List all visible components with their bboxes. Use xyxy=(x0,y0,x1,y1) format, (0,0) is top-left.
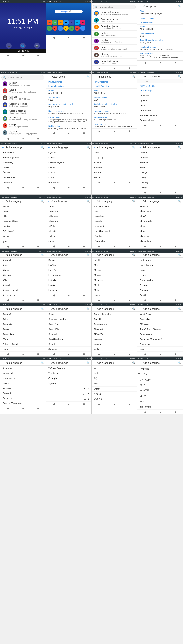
app-icon-4[interactable]: ▶ xyxy=(63,20,69,25)
lang-norsk[interactable]: Norsk bokmål xyxy=(138,263,183,268)
lang-japanese[interactable]: 日本語 xyxy=(138,393,183,399)
recent-btn-10[interactable]: ■ xyxy=(83,186,85,189)
setting-storage-2[interactable]: 💾 Storage 37% used - 23.47 GB free xyxy=(0,94,45,101)
lang-tshiluba[interactable]: Tshiluba xyxy=(92,337,137,342)
back-btn-14[interactable]: ◀ xyxy=(52,244,55,248)
lang-maa[interactable]: Maa xyxy=(92,263,137,268)
back-22[interactable]: ← xyxy=(47,308,50,310)
lang-galego[interactable]: Galego xyxy=(138,185,183,190)
lang-chinese-simplified[interactable]: 简体中文 (中国) xyxy=(138,83,183,88)
recent-btn-9[interactable]: ■ xyxy=(37,186,39,189)
lang-west-frysk[interactable]: West-Frysk xyxy=(138,312,183,317)
about-privacy-2[interactable]: Privacy settings xyxy=(46,80,91,84)
back-btn-13[interactable]: ◀ xyxy=(7,245,9,248)
recent-btn-14[interactable]: ■ xyxy=(83,244,85,248)
settings-search-bar-2[interactable]: 🔍 Search settings xyxy=(1,75,44,80)
lang-kannada[interactable]: ಕನ್ನಡ xyxy=(92,397,137,402)
lang-islenska[interactable]: Islenská xyxy=(46,229,91,234)
lang-foroyskt[interactable]: Føroyskt xyxy=(138,155,183,160)
search-12[interactable]: 🔍 xyxy=(178,146,181,149)
search-26[interactable]: 🔍 xyxy=(87,362,90,364)
lang-filipino-2[interactable]: Filipino xyxy=(138,150,183,155)
back-24[interactable]: ← xyxy=(139,308,142,310)
lang-cestina[interactable]: Čeština xyxy=(0,170,45,175)
lang-indonesia[interactable]: Indonesia xyxy=(46,209,91,214)
lang-lakilipyo[interactable]: Lakĩlĩpyo xyxy=(46,263,91,268)
recents-button-2[interactable]: ■ xyxy=(83,36,85,39)
lang-kikamba[interactable]: Kikamba xyxy=(138,204,183,209)
lang-khoekhoegowab[interactable]: Khoekhoegowab xyxy=(92,229,137,234)
back-btn-23[interactable]: ◀ xyxy=(98,353,100,356)
search-17[interactable]: 🔍 xyxy=(41,254,44,256)
lang-koya-cini[interactable]: Koya cini xyxy=(0,283,45,288)
home-btn-10[interactable]: ● xyxy=(68,186,70,189)
back-20[interactable]: ← xyxy=(139,254,142,256)
lang-runyankore[interactable]: Runyankore xyxy=(0,332,45,337)
lang-tazawaq[interactable]: Tazawaq senni xyxy=(92,322,137,327)
back-21[interactable]: ← xyxy=(2,308,4,310)
lang-mongol[interactable]: Монгол xyxy=(0,381,45,386)
search-9[interactable]: 🔍 xyxy=(41,146,44,149)
search-27[interactable]: 🔍 xyxy=(132,362,136,364)
lang-soomaali[interactable]: Soomaali xyxy=(46,332,91,337)
lang-rulga[interactable]: Rulga xyxy=(0,317,45,322)
setting-sound-2[interactable]: 🔊 Sound Volume, vibration, Do Not Distur… xyxy=(0,88,45,94)
about-status[interactable]: Status Phone number, signal, etc. xyxy=(138,9,183,16)
lang-makedonski[interactable]: Македонски xyxy=(0,376,45,381)
lang-isizulu[interactable]: IsiZulu xyxy=(46,224,91,229)
recent-btn-23[interactable]: ■ xyxy=(129,353,130,356)
search-19[interactable]: 🔍 xyxy=(132,254,136,256)
lang-noxciyn[interactable]: Нохчийн xyxy=(0,386,45,391)
recents-button-5[interactable]: ■ xyxy=(37,137,39,140)
lang-dholuo[interactable]: Dholuo xyxy=(46,170,91,175)
lang-anaraskiela[interactable]: Anarâškielâ xyxy=(138,108,183,113)
back-btn-25[interactable]: ◀ xyxy=(7,407,9,410)
app-chrome-2[interactable]: 🌐 xyxy=(80,26,85,31)
lang-kernewes[interactable]: Kerneweŝ xyxy=(92,224,137,229)
setting-connected[interactable]: 📱 Connected devices Bluetooth, Cast xyxy=(92,17,137,24)
lang-igbo[interactable]: Igbo xyxy=(0,239,45,244)
lang-duala[interactable]: Duálá xyxy=(46,175,91,180)
back-10[interactable]: ← xyxy=(47,146,50,149)
lang-bahasa-melayu[interactable]: Bahasa Melayu xyxy=(138,118,183,123)
app-maps[interactable]: 🗺 xyxy=(63,26,69,31)
home-btn-24[interactable]: ● xyxy=(160,352,161,356)
app-icon-1[interactable]: 📸 xyxy=(47,20,52,25)
lang-eesti[interactable]: Eesti xyxy=(92,150,137,155)
lang-kishambaa[interactable]: Kishambaa xyxy=(138,239,183,244)
lang-tamazight[interactable]: Tamazight n tales xyxy=(92,312,137,317)
back-btn-19[interactable]: ◀ xyxy=(98,299,100,302)
emergency-label[interactable]: EMERGENCY xyxy=(16,50,29,52)
lang-zarmaciine[interactable]: Zarmaciine xyxy=(138,317,183,322)
lang-kinorombo[interactable]: Kînorombo xyxy=(92,239,137,244)
lang-afrikaans[interactable]: Afrikaans xyxy=(138,93,183,98)
lang-bosanski[interactable]: Bosanski (latinica) xyxy=(0,155,45,160)
setting-accessibility[interactable]: ♿ Accessibility Screen readers, display … xyxy=(0,115,45,122)
lang-sipsiki[interactable]: Sipsiki (latinica) xyxy=(46,337,91,342)
lang-azerbaijani-latin[interactable]: Azerbaijani (latin) xyxy=(138,113,183,118)
lang-bengali[interactable]: বাংলা xyxy=(92,381,137,386)
google-search-bar[interactable]: Google 🎤 xyxy=(55,10,83,13)
lang-malagasy[interactable]: Malagasy xyxy=(92,278,137,283)
back-btn-26[interactable]: ◀ xyxy=(52,402,55,406)
lang-tieng-viet[interactable]: Tiếng Việt xyxy=(92,332,137,337)
lang-shup[interactable]: Shup xyxy=(46,312,91,317)
search-16[interactable]: 🔍 xyxy=(178,200,181,202)
lang-aghem[interactable]: Aghem xyxy=(138,98,183,103)
search-14[interactable]: 🔍 xyxy=(87,200,90,202)
lang-gaeilge[interactable]: Gaeilge xyxy=(138,170,183,175)
lang-walser[interactable]: Walser xyxy=(92,347,137,352)
home-btn-15[interactable]: ● xyxy=(114,244,115,248)
lang-ewondo[interactable]: Ewondo xyxy=(92,170,137,175)
home-button-7[interactable]: ● xyxy=(114,130,115,132)
lang-oromoo[interactable]: Oromoo xyxy=(138,288,183,293)
app-icon-6[interactable]: ✉ xyxy=(75,20,80,25)
recent-btn-25[interactable]: ■ xyxy=(37,407,39,410)
lang-luluhia[interactable]: Luluhia xyxy=(92,258,137,263)
setting-security-2[interactable]: 🔒 Security & location Lock screen, finge… xyxy=(0,101,45,108)
back-14[interactable]: ← xyxy=(47,200,50,202)
lang-luganda[interactable]: Luganda xyxy=(46,288,91,293)
lang-ishisangu[interactable]: Ishisangu xyxy=(46,214,91,219)
lang-svenska[interactable]: Svenska xyxy=(46,347,91,352)
lang-tajik[interactable]: Ҳузбекчε xyxy=(46,381,91,386)
